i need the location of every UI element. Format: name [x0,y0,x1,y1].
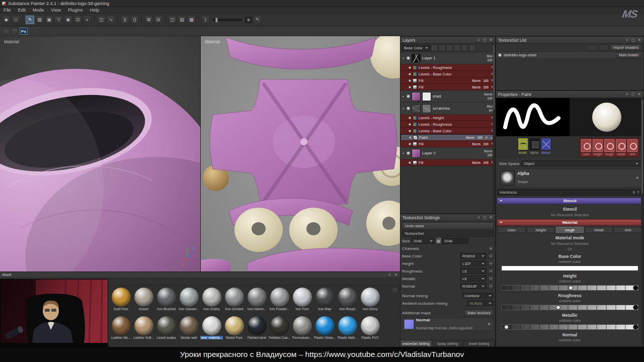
visibility-icon[interactable] [409,123,411,126]
panel-float-icon[interactable]: ◻ [482,38,487,42]
tab-display-settings[interactable]: isplay Setting [432,340,464,346]
material-item[interactable]: Iron Brushed [155,287,178,315]
metallic-slider[interactable] [501,324,638,330]
geometry-mask-icon[interactable]: ◫ [97,16,106,24]
material-item[interactable]: Iron Grainy [200,287,223,315]
gem-solid-icon[interactable]: ◆ [2,16,11,24]
viewport-settings-icon[interactable] [3,28,10,34]
material-item[interactable]: Leather Soft... [132,315,155,344]
stepper-icon[interactable] [636,190,640,195]
polygon-fill-tool-icon[interactable]: ▽ [54,16,63,24]
effect-row-levels-basecolor[interactable]: Levels - Base Color ✕ [400,128,495,134]
remove-channel-button[interactable]: − [488,284,494,289]
visibility-icon[interactable] [409,66,411,69]
menu-mode[interactable]: Mode [29,8,48,13]
layer-row-layer2[interactable]: ▾ Layer 2 Norm100 [400,147,495,159]
visibility-icon[interactable] [409,130,411,132]
menu-view[interactable]: View [48,8,64,13]
monitor-icon[interactable]: ▤ [178,16,186,24]
add-effect-icon[interactable] [431,45,438,51]
material-item[interactable]: Leather Me... [110,315,132,344]
tab-rough[interactable]: rough [556,227,584,233]
material-item[interactable]: Lizard scales [155,315,178,344]
path-tool-icon[interactable]: ∿ [107,16,115,24]
panel-close-icon[interactable]: ✕ [489,215,493,220]
projection-tool-icon[interactable]: ▣ [45,16,53,24]
color-picker-dot[interactable] [633,285,638,291]
remove-channel-button[interactable]: − [488,253,494,259]
bake-textures-button[interactable]: Bake textures [464,310,494,316]
panel-close-icon[interactable]: ✕ [637,38,641,42]
roughness-slider[interactable] [501,305,638,310]
grid-hide-icon[interactable]: ⊟ [154,16,163,24]
add-fill-layer-icon[interactable] [439,45,445,51]
color-picker-dot[interactable] [633,324,638,330]
remove-channel-button[interactable]: − [488,261,494,266]
material-item[interactable]: Iron Hamm... [246,287,268,315]
import-shaders-button[interactable]: Import shaders [610,44,641,51]
layer-row-layer1[interactable]: ▾ Layer 1 Mul100 [400,52,495,64]
panel-menu-icon[interactable]: ≡ [476,38,481,42]
add-channel-button[interactable]: + [488,246,494,251]
expand-toggle-icon[interactable]: ▾ [401,95,405,98]
tablet-icon[interactable]: ▦ [187,16,196,24]
normal-map-card[interactable]: Normal Normal Map from Me...finitto-logo… [402,318,494,331]
expand-toggle-icon[interactable]: ▾ [401,151,405,155]
panel-float-icon[interactable]: ◻ [631,92,635,97]
add-paint-layer-icon[interactable] [446,45,453,51]
delete-layer-icon[interactable] [469,45,475,51]
lock-icon[interactable] [436,239,441,243]
hardness-field[interactable]: Hardness 0 [497,189,642,196]
expand-toggle-icon[interactable]: ▾ [401,107,405,110]
panel-menu-icon[interactable]: ≡ [625,38,629,42]
slider-knob[interactable] [556,305,560,310]
expand-toggle-icon[interactable]: ▾ [401,56,405,60]
eraser-tool-icon[interactable]: ▨ [35,16,44,24]
material-item[interactable]: Gravel [132,287,155,315]
height-slider[interactable] [501,285,638,291]
material-section-header[interactable]: Material [497,219,642,226]
channel-format-select[interactable]: L8 [460,276,487,282]
visibility-icon[interactable] [409,73,411,75]
panel-menu-icon[interactable]: ≡ [625,92,629,97]
smudge-tool-icon[interactable]: ◉ [64,16,72,24]
material-item[interactable]: Iron Shiny [359,287,381,315]
stencil-section-header[interactable]: Stencil [497,198,642,204]
material-item[interactable]: Gold Pure [110,287,132,315]
main-shader-button[interactable]: Main shader [616,52,641,58]
panel-float-icon[interactable]: ◻ [482,215,487,220]
material-item-selected[interactable]: new_materia... [200,315,223,344]
effect-row-fill[interactable]: Fill Norm100 ✕ [400,159,495,166]
viewport-2d[interactable]: Material [200,36,400,272]
channel-format-select[interactable]: L32F [460,260,487,266]
normal-mixing-select[interactable]: Combine [462,293,494,299]
visibility-icon[interactable] [407,56,410,60]
color-picker-dot[interactable] [633,305,638,310]
display-mode-icon[interactable] [11,28,18,34]
panel-close-icon[interactable]: ✕ [489,38,493,42]
clear-map-button[interactable]: ✕ [487,322,492,326]
brush-mode-button[interactable]: brush [517,138,528,154]
tab-nrm[interactable]: nrm [614,227,642,233]
gem-outline-icon[interactable]: ◇ [12,16,20,24]
ao-mixing-select[interactable]: Multiply [467,300,494,306]
effect-row-levels-roughness[interactable]: Levels - Roughness ✕ [400,64,495,71]
layer-row-scratches[interactable]: ▾ scratches Mul84 [400,103,495,115]
photoshop-export-button[interactable]: Ps [20,28,28,35]
material-item[interactable]: Iron Rough [336,287,359,315]
tab-metal[interactable]: metal [585,227,613,233]
tab-viewer-settings[interactable]: iewer Setting [463,340,495,346]
channel-format-select[interactable]: RGB16F [460,283,487,289]
panel-close-icon[interactable]: ✕ [393,273,398,277]
panel-menu-icon[interactable]: ≡ [476,215,481,220]
visibility-icon[interactable] [409,79,411,82]
material-item[interactable]: Iron Galvani... [178,287,200,315]
base-color-swatch[interactable] [501,265,638,271]
visibility-icon[interactable] [407,107,410,110]
material-item[interactable]: Iron Grinded [223,287,246,315]
brush-size-slider[interactable] [213,19,242,21]
size-select[interactable]: 2048 [412,238,435,244]
tab-textureset-settings[interactable]: extureSet Setting [400,340,432,346]
channel-format-select[interactable]: RGB16 [460,253,487,259]
remove-channel-button[interactable]: − [488,268,494,274]
